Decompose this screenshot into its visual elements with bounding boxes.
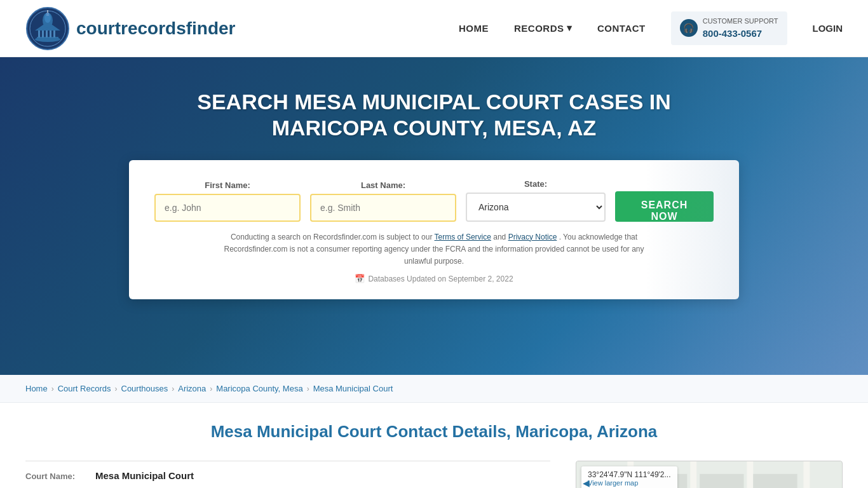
- court-name-row: Court Name: Mesa Municipal Court: [25, 461, 550, 488]
- details-map-row: Court Name: Mesa Municipal Court State: …: [25, 461, 843, 488]
- nav-login[interactable]: LOGIN: [813, 23, 843, 34]
- breadcrumb-sep-3: ›: [172, 384, 174, 393]
- headphone-icon: 🎧: [680, 19, 698, 37]
- breadcrumb-sep-2: ›: [115, 384, 118, 393]
- breadcrumb-sep-5: ›: [307, 384, 309, 393]
- nav-home[interactable]: HOME: [459, 23, 489, 34]
- breadcrumb-sep-1: ›: [51, 384, 54, 393]
- breadcrumb-home[interactable]: Home: [25, 384, 48, 393]
- state-group: State: AlabamaAlaskaArizonaArkansasCalif…: [466, 179, 606, 222]
- svg-rect-5: [42, 30, 44, 37]
- main-nav: HOME RECORDS ▾ CONTACT 🎧 CUSTOMER SUPPOR…: [459, 11, 843, 44]
- first-name-input[interactable]: [154, 194, 301, 222]
- logo-icon: [25, 6, 70, 51]
- svg-rect-28: [753, 474, 797, 488]
- hero-title: SEARCH MESA MUNICIPAL COURT CASES IN MAR…: [148, 89, 720, 141]
- svg-rect-23: [700, 474, 743, 488]
- state-select[interactable]: AlabamaAlaskaArizonaArkansasCaliforniaCo…: [466, 193, 606, 222]
- court-name-value: Mesa Municipal Court: [95, 470, 194, 481]
- search-button[interactable]: SEARCH NOW: [615, 191, 714, 222]
- breadcrumb-courthouses[interactable]: Courthouses: [121, 384, 168, 393]
- nav-contact[interactable]: CONTACT: [597, 23, 646, 34]
- svg-rect-12: [46, 13, 49, 16]
- details-panel: Court Name: Mesa Municipal Court State: …: [25, 461, 550, 488]
- site-header: courtrecordsfinder HOME RECORDS ▾ CONTAC…: [0, 0, 868, 57]
- svg-rect-19: [690, 461, 696, 488]
- last-name-input[interactable]: [310, 194, 456, 222]
- logo-link[interactable]: courtrecordsfinder: [25, 6, 236, 51]
- section-title: Mesa Municipal Court Contact Details, Ma…: [25, 422, 843, 442]
- svg-rect-20: [747, 461, 753, 488]
- map-coords: ◀ 33°24'47.9"N 111°49'2... View larger m…: [581, 466, 677, 488]
- breadcrumb-sep-4: ›: [210, 384, 212, 393]
- main-content: Mesa Municipal Court Contact Details, Ma…: [0, 403, 868, 488]
- search-box: First Name: Last Name: State: AlabamaAla…: [129, 160, 739, 300]
- nav-records[interactable]: RECORDS ▾: [514, 22, 572, 34]
- first-name-group: First Name:: [154, 180, 301, 222]
- svg-rect-4: [38, 30, 40, 37]
- logo-text: courtrecordsfinder: [76, 18, 236, 39]
- map-arrow-icon: ◀: [583, 478, 590, 488]
- customer-support-block[interactable]: 🎧 CUSTOMER SUPPORT 800-433-0567: [671, 11, 787, 44]
- court-name-label: Court Name:: [25, 471, 89, 481]
- breadcrumb-arizona[interactable]: Arizona: [178, 384, 206, 393]
- last-name-label: Last Name:: [310, 180, 456, 190]
- hero-section: SEARCH MESA MUNICIPAL COURT CASES IN MAR…: [0, 57, 868, 375]
- search-disclaimer: Conducting a search on Recordsfinder.com…: [212, 231, 656, 268]
- support-text: CUSTOMER SUPPORT 800-433-0567: [703, 17, 778, 39]
- breadcrumb-maricopa[interactable]: Maricopa County, Mesa: [216, 384, 302, 393]
- svg-rect-8: [53, 30, 55, 37]
- breadcrumb-current: Mesa Municipal Court: [313, 384, 393, 393]
- breadcrumb: Home › Court Records › Courthouses › Ari…: [0, 375, 868, 403]
- tos-link[interactable]: Terms of Service: [435, 233, 491, 241]
- first-name-label: First Name:: [154, 180, 301, 190]
- svg-rect-6: [46, 30, 48, 37]
- db-updated: 📅 Databases Updated on September 2, 2022: [154, 274, 714, 283]
- view-larger-map-link[interactable]: View larger map: [588, 479, 671, 487]
- records-dropdown-icon: ▾: [567, 22, 573, 34]
- breadcrumb-court-records[interactable]: Court Records: [58, 384, 111, 393]
- last-name-group: Last Name:: [310, 180, 456, 222]
- svg-rect-7: [50, 30, 51, 37]
- privacy-link[interactable]: Privacy Notice: [508, 233, 557, 241]
- calendar-icon: 📅: [355, 274, 365, 283]
- state-label: State:: [466, 179, 606, 189]
- svg-rect-21: [804, 461, 810, 488]
- map-panel[interactable]: P P E Main St E Main St ◀ 33°24'47.9"N 1…: [576, 461, 843, 488]
